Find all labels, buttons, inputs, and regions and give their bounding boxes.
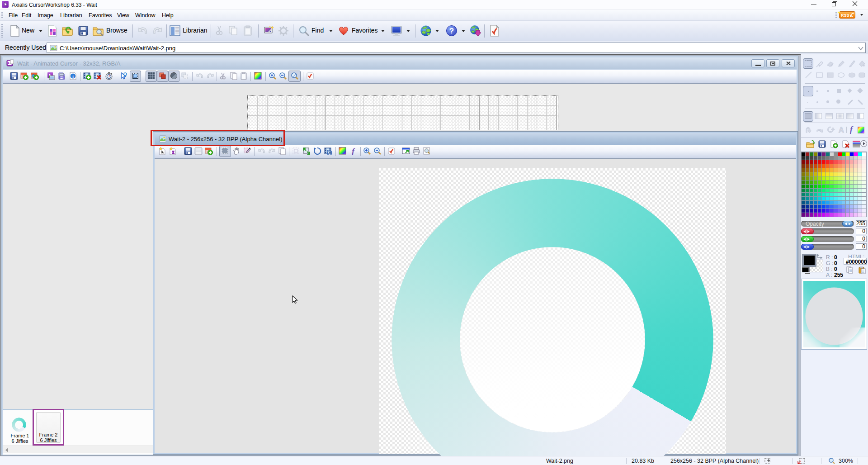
svg-text:f: f — [352, 147, 355, 155]
svg-text:f: f — [850, 125, 854, 134]
svg-text:A: A — [839, 126, 844, 134]
svg-text:?: ? — [449, 27, 454, 35]
